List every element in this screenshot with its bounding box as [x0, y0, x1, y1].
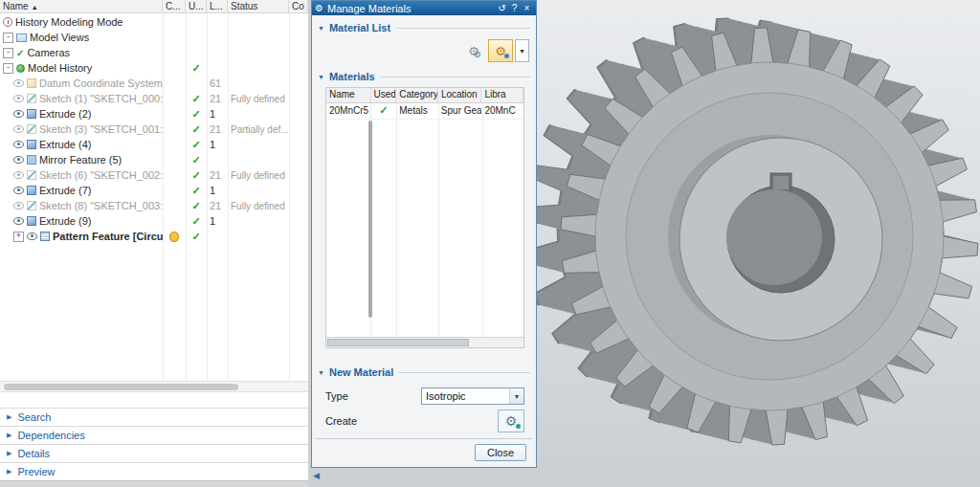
gear-model [530, 0, 980, 487]
tree-row[interactable]: Extrude (7)✓1 [0, 183, 308, 198]
check-icon: ✓ [191, 123, 200, 136]
layer-cell [207, 45, 228, 60]
section-new-material[interactable]: ▼ New Material [318, 366, 530, 378]
tree-row-label: Model Views [30, 32, 89, 43]
dialog-titlebar[interactable]: ⚙ Manage Materials ↺ ? × [312, 1, 536, 15]
status-cell: Fully defined [228, 167, 289, 183]
comment-cell [289, 91, 308, 106]
tree-row-label: Extrude (4) [39, 139, 91, 150]
check-icon: ✓ [191, 185, 200, 197]
eye-icon[interactable] [13, 171, 24, 179]
tree-row-label: Sketch (8) "SKETCH_003:GE... [39, 200, 163, 211]
dialog-collapse-arrow[interactable]: ◀ [313, 471, 320, 480]
tree-row-label: Cameras [27, 47, 70, 58]
check-icon: ✓ [191, 139, 200, 151]
collapse-icon[interactable]: - [3, 48, 13, 58]
eye-icon[interactable] [13, 141, 24, 148]
column-header-name[interactable]: Name▲ [0, 0, 163, 12]
tree-row-label: Extrude (2) [39, 108, 91, 120]
column-header-location[interactable]: Location [438, 88, 482, 102]
column-header-l[interactable]: L... [207, 0, 228, 12]
eye-icon[interactable] [13, 217, 24, 225]
section-label: Search [17, 411, 51, 423]
tree-row[interactable]: Extrude (4)✓1 [0, 137, 308, 152]
comment-cell [289, 76, 308, 91]
column-header-u[interactable]: U... [186, 0, 207, 12]
panel-section-preview[interactable]: ▶Preview [0, 462, 308, 480]
manage-libraries-button[interactable]: ⚙⚙ [463, 40, 486, 61]
tree-row[interactable]: Mirror Feature (5)✓ [0, 152, 308, 167]
tree-row[interactable]: +Pattern Feature [Circular...✓ [0, 229, 308, 244]
tree-row[interactable]: Extrude (2)✓1 [0, 106, 308, 122]
eye-icon[interactable] [13, 202, 24, 210]
table-vscrollbar[interactable] [368, 121, 372, 318]
tree-row[interactable]: Datum Coordinate System ...61 [0, 76, 308, 91]
panel-section-details[interactable]: ▶Details [0, 444, 308, 462]
navigator-hscrollbar[interactable] [0, 381, 308, 392]
eye-icon[interactable] [13, 187, 24, 194]
collapse-icon[interactable]: - [3, 33, 13, 43]
material-cell: Spur Gear [438, 103, 482, 119]
library-dropdown-button[interactable]: ▼ [515, 39, 529, 62]
tree-row[interactable]: -Model History✓ [0, 60, 308, 76]
tree-row[interactable]: -Model Views [0, 30, 308, 45]
collapse-icon[interactable]: - [3, 63, 13, 74]
eye-icon[interactable] [13, 125, 24, 133]
column-header-comment[interactable]: Co [289, 0, 308, 12]
check-icon: ✓ [191, 108, 200, 121]
column-header-status[interactable]: Status [228, 0, 289, 12]
dialog-reset-button[interactable]: ↺ [496, 3, 508, 13]
eye-icon[interactable] [13, 110, 24, 118]
tree-row[interactable]: Sketch (3) "SKETCH_001:SI...✓21Partially… [0, 122, 308, 137]
eye-icon[interactable] [13, 95, 24, 102]
delayed-update-icon [169, 232, 179, 242]
tree-row[interactable]: Sketch (6) "SKETCH_002:CE...✓21Fully def… [0, 167, 308, 183]
active-library-button[interactable]: ⚙ [488, 39, 513, 62]
comment-cell [289, 229, 308, 244]
panel-section-search[interactable]: ▶Search [0, 408, 308, 426]
eye-icon[interactable] [13, 79, 24, 87]
dialog-close-button[interactable]: × [521, 3, 533, 13]
comment-cell [289, 137, 308, 152]
tree-row[interactable]: History Modeling Mode [0, 14, 308, 30]
eye-icon[interactable] [27, 232, 37, 240]
comment-cell [289, 122, 308, 137]
status-cell [228, 106, 289, 122]
close-button[interactable]: Close [475, 444, 526, 461]
section-rule [381, 77, 530, 77]
material-row[interactable]: 20MnCr5✓MetalsSpur Gear20MnC [326, 103, 523, 120]
section-materials[interactable]: ▼ Materials [318, 71, 530, 82]
extrude-icon [27, 186, 36, 195]
dropdown-icon: ▼ [509, 388, 523, 404]
tree-row[interactable]: Sketch (8) "SKETCH_003:GE...✓21Fully def… [0, 198, 308, 213]
check-icon: ✓ [191, 215, 200, 228]
expand-arrow-icon: ▶ [7, 413, 11, 421]
sort-asc-icon: ▲ [32, 4, 38, 11]
tree-row-label: Extrude (9) [39, 215, 91, 227]
tree-row[interactable]: Sketch (1) "SKETCH_000:BA...✓21Fully def… [0, 91, 308, 106]
column-header-name[interactable]: Name [326, 88, 371, 102]
materials-table-header: NameUsedCategoryLocationLibra [326, 88, 523, 103]
comment-cell [289, 14, 308, 30]
section-materials-label: Materials [329, 71, 375, 82]
column-header-used[interactable]: Used [371, 88, 397, 102]
scrollbar-thumb[interactable] [327, 339, 469, 346]
scrollbar-thumb[interactable] [4, 384, 238, 390]
section-material-list[interactable]: ▼ Material List [318, 22, 530, 33]
tree-row[interactable]: -✓Cameras [0, 45, 308, 60]
type-select[interactable]: Isotropic ▼ [421, 387, 524, 405]
dialog-help-button[interactable]: ? [508, 3, 521, 13]
name-column-label: Name [3, 1, 29, 11]
navigator-bottom-sections: ▶Search▶Dependencies▶Details▶Preview [0, 408, 308, 480]
create-material-button[interactable]: ⚙ [498, 410, 524, 432]
table-hscrollbar[interactable] [326, 337, 523, 347]
section-material-list-label: Material List [329, 22, 390, 33]
column-header-category[interactable]: Category [396, 88, 438, 102]
part-navigator-panel: Name▲ C... U... L... Status Co History M… [0, 0, 308, 487]
eye-icon[interactable] [13, 156, 24, 164]
panel-section-dependencies[interactable]: ▶Dependencies [0, 426, 308, 444]
column-header-libra[interactable]: Libra [481, 88, 523, 102]
tree-row[interactable]: Extrude (9)✓1 [0, 213, 308, 229]
expand-icon[interactable]: + [13, 232, 24, 242]
column-header-c[interactable]: C... [163, 0, 186, 12]
